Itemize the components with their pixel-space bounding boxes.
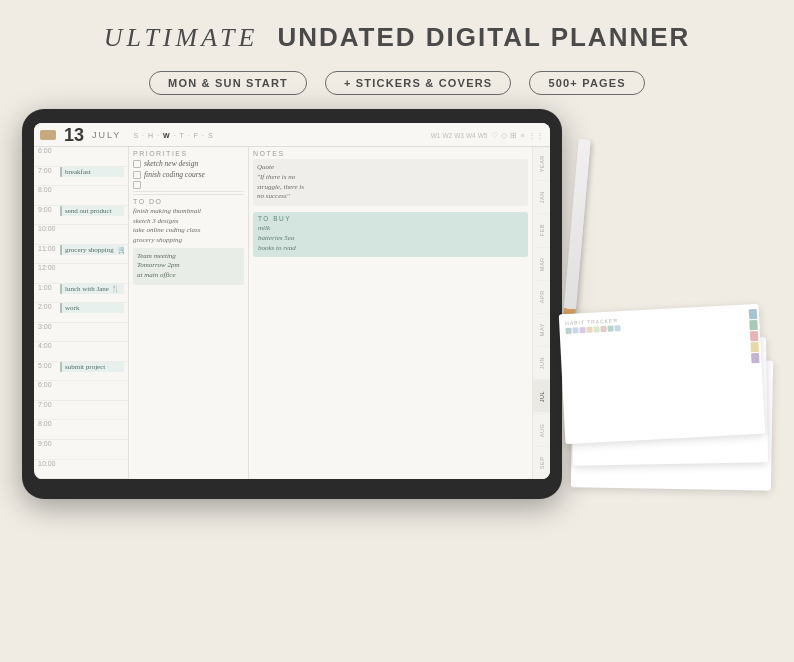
time-slot-1000b: 10:00: [34, 460, 128, 480]
time-slot-900b: 9:00: [34, 440, 128, 460]
planner-columns: 6:00 7:00 breakfast 8:00 9:00: [34, 147, 550, 479]
divider: [133, 191, 244, 192]
priorities-column: PRIORITIES sketch new design finish codi…: [129, 147, 249, 479]
month-sidebar: YEAR JAN FEB MAR APR MAY JUN JUL AUG SEP: [532, 147, 550, 479]
jan-tab: JAN: [533, 180, 550, 213]
diamond-icon: ◇: [501, 131, 507, 140]
planner-topbar: 13 JULY S · H · W · T · F ·: [34, 123, 550, 147]
time-slot-900: 9:00 send out product: [34, 206, 128, 226]
time-slot-1100: 11:00 grocery shopping 🛒: [34, 245, 128, 265]
todo-2: sketch 3 designs: [133, 217, 244, 225]
event-breakfast: breakfast: [60, 167, 124, 177]
todo-1: finish making thumbnail: [133, 207, 244, 215]
tobuy-items: milkbatteries 5eabooks to read: [258, 224, 523, 253]
notes-quote: Quote"If there is nostruggle, there isno…: [253, 159, 528, 206]
tobuy-title: TO BUY: [258, 215, 523, 222]
title-bold: UNDATED DIGITAL PLANNER: [277, 22, 690, 52]
time-slot-800b: 8:00: [34, 420, 128, 440]
tablet-screen: 13 JULY S · H · W · T · F ·: [34, 123, 550, 479]
aug-tab: AUG: [533, 413, 550, 446]
mar-tab: MAR: [533, 247, 550, 280]
priority-1: sketch new design: [133, 159, 244, 168]
apr-tab: APR: [533, 280, 550, 313]
may-tab: MAY: [533, 313, 550, 346]
todo-title: TO DO: [133, 198, 244, 205]
time-slot-700: 7:00 breakfast: [34, 167, 128, 187]
planner-month: JULY: [92, 130, 121, 140]
year-tab: YEAR: [533, 147, 550, 180]
planner-date: 13: [64, 126, 84, 144]
time-column: 6:00 7:00 breakfast 8:00 9:00: [34, 147, 129, 479]
checkbox-3: [133, 181, 141, 189]
notes-title: NOTES: [253, 150, 528, 157]
event-lunch: lunch with Jane 🍴: [60, 284, 124, 294]
tobuy-box: TO BUY milkbatteries 5eabooks to read: [253, 212, 528, 256]
menu-icon: ⋮⋮: [528, 131, 544, 140]
event-submit: submit project: [60, 362, 124, 372]
badge-2: + STICKERS & COVERS: [325, 71, 511, 95]
time-slot-600b: 6:00: [34, 381, 128, 401]
time-slot-100: 1:00 lunch with Jane 🍴: [34, 284, 128, 304]
time-slot-700b: 7:00: [34, 401, 128, 421]
checkbox-2: [133, 171, 141, 179]
sticky-note: Team meetingTomorrow 2pmat main office: [133, 248, 244, 285]
heart-icon: ♡: [491, 131, 498, 140]
list-icon: ≡: [520, 131, 525, 140]
event-send-product: send out product: [60, 206, 124, 216]
page-title: ULTIMATE UNDATED DIGITAL PLANNER: [0, 22, 794, 53]
sep-tab: SEP: [533, 446, 550, 479]
notes-column: NOTES Quote"If there is nostruggle, ther…: [249, 147, 532, 479]
time-slot-200: 2:00 work: [34, 303, 128, 323]
time-slot-300: 3:00: [34, 323, 128, 343]
header: ULTIMATE UNDATED DIGITAL PLANNER: [0, 0, 794, 63]
badges-row: MON & SUN START + STICKERS & COVERS 500+…: [149, 71, 645, 95]
time-slot-1000: 10:00: [34, 225, 128, 245]
planner-days: S · H · W · T · F · S: [133, 132, 213, 139]
tablet: 13 JULY S · H · W · T · F ·: [22, 109, 562, 499]
todo-4: grocery shopping: [133, 236, 244, 244]
title-italic: ULTIMATE: [104, 23, 259, 52]
page: ULTIMATE UNDATED DIGITAL PLANNER MON & S…: [0, 0, 794, 662]
grid-icon: ⊞: [510, 131, 517, 140]
content-row: 13 JULY S · H · W · T · F ·: [0, 109, 794, 499]
planner-logo: [40, 130, 56, 140]
top-icons: ♡ ◇ ⊞ ≡ ⋮⋮: [491, 131, 544, 140]
time-slot-400: 4:00: [34, 342, 128, 362]
event-grocery: grocery shopping 🛒: [60, 245, 124, 255]
todo-3: take online coding class: [133, 226, 244, 234]
jun-tab: JUN: [533, 346, 550, 379]
week-nav: W1 W2 W3 W4 W5: [431, 132, 488, 139]
todo-section: TO DO finish making thumbnail sketch 3 d…: [133, 194, 244, 244]
badge-1: MON & SUN START: [149, 71, 307, 95]
priorities-title: PRIORITIES: [133, 150, 244, 157]
time-slot-600: 6:00: [34, 147, 128, 167]
sticker-sheet-1: HABIT TRACKER: [559, 304, 766, 444]
time-slot-1200: 12:00: [34, 264, 128, 284]
jul-tab: JUL: [533, 379, 550, 412]
time-slot-800: 8:00: [34, 186, 128, 206]
feb-tab: FEB: [533, 213, 550, 246]
badge-3: 500+ PAGES: [529, 71, 645, 95]
tablet-container: 13 JULY S · H · W · T · F ·: [22, 109, 552, 499]
sticker-sheets-area: APPOINTMENT NOTES DUE: [552, 169, 772, 499]
checkbox-1: [133, 160, 141, 168]
priority-2: finish coding course: [133, 170, 244, 179]
priority-3: [133, 181, 244, 189]
time-slot-500: 5:00 submit project: [34, 362, 128, 382]
event-work: work: [60, 303, 124, 313]
